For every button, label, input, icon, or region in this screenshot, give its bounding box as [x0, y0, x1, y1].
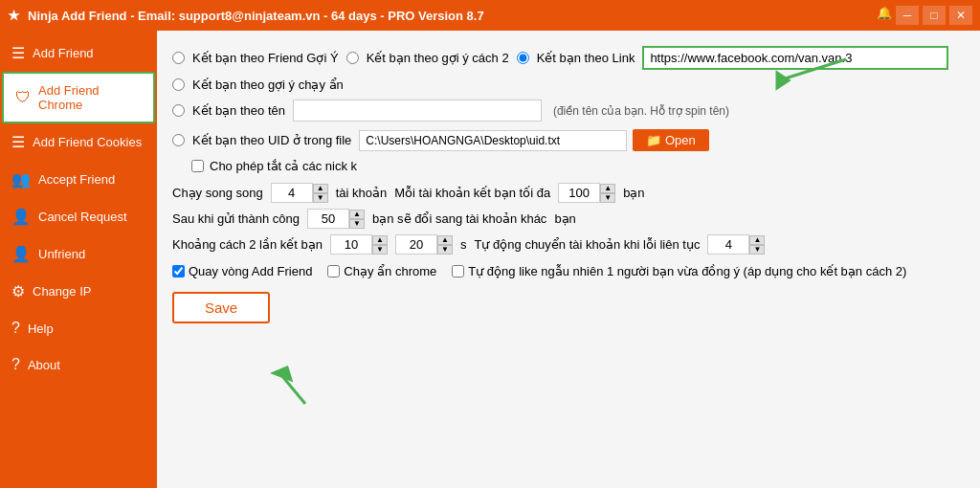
- tu-dong-like-checkbox[interactable]: [452, 265, 464, 277]
- svg-line-2: [281, 375, 305, 404]
- bell-icon[interactable]: 🔔: [877, 6, 892, 25]
- sau-khi-label: Sau khi gửi thành công: [172, 211, 300, 226]
- maximize-button[interactable]: □: [923, 6, 946, 25]
- sidebar-item-add-friend[interactable]: ☰ Add Friend: [0, 34, 157, 72]
- sidebar-item-about[interactable]: ? About: [0, 346, 157, 383]
- checkbox-options-row: Quay vòng Add Friend Chạy ẩn chrome Tự đ…: [172, 264, 965, 278]
- sidebar-item-change-ip[interactable]: ⚙ Change IP: [0, 273, 157, 310]
- svg-marker-3: [274, 367, 291, 380]
- radio-row-1: Kết bạn theo Friend Gợi Ý Kết bạn theo g…: [172, 46, 965, 70]
- radio-uid-file[interactable]: [172, 134, 185, 146]
- loi-lien-tuc-up[interactable]: ▲: [749, 235, 765, 245]
- ban-label-2: bạn: [554, 211, 575, 226]
- radio-row-2: Kết bạn theo gợi ý chạy ẩn: [172, 78, 965, 92]
- khoang-cach-row: Khoảng cách 2 lần kết bạn ▲ ▼ ▲ ▼ s: [172, 234, 965, 255]
- radio-label-uid-file: Kết bạn theo UID ở trong file: [192, 133, 351, 147]
- add-friend-cookies-icon: ☰: [11, 133, 25, 151]
- radio-ket-ban-link[interactable]: [517, 52, 529, 64]
- khoang-cach-val1-down[interactable]: ▼: [372, 245, 388, 255]
- chay-label: Chạy song song: [172, 186, 263, 200]
- khoang-cach-val1-up[interactable]: ▲: [372, 235, 388, 245]
- sidebar-item-accept-friend[interactable]: 👥 Accept Friend: [0, 161, 157, 198]
- sidebar-item-label: Accept Friend: [38, 172, 115, 187]
- allow-all-nicks-label: Cho phép tắt cả các nick k: [210, 159, 357, 173]
- chay-an-checkbox[interactable]: [327, 265, 340, 277]
- minimize-button[interactable]: ─: [896, 6, 919, 25]
- folder-icon: 📁: [646, 133, 661, 147]
- radio-theo-ten[interactable]: [172, 104, 185, 117]
- khoang-cach-label: Khoảng cách 2 lần kết bạn: [172, 237, 323, 252]
- change-ip-icon: ⚙: [11, 282, 25, 300]
- quay-vong-checkbox[interactable]: [172, 265, 185, 277]
- radio-label-ket-ban-link: Kết bạn theo Link: [537, 51, 635, 65]
- help-icon: ?: [11, 320, 20, 337]
- khoang-cach-val2-down[interactable]: ▼: [437, 245, 453, 255]
- radio-goi-y-cach-2[interactable]: [346, 52, 359, 64]
- chay-val-up[interactable]: ▲: [313, 184, 328, 193]
- ninja-icon: ★: [8, 8, 20, 23]
- sidebar-item-label: Add Friend: [33, 46, 94, 60]
- radio-label-goi-y-cach-2: Kết bạn theo gợi ý cách 2: [367, 51, 509, 65]
- sidebar-item-add-friend-chrome[interactable]: 🛡 Add Friend Chrome: [2, 72, 155, 123]
- sidebar-item-add-friend-cookies[interactable]: ☰ Add Friend Cookies: [0, 123, 157, 161]
- chay-an-label: Chạy ẩn chrome: [327, 264, 436, 278]
- khoang-cach-val2-up[interactable]: ▲: [437, 235, 453, 245]
- add-friend-chrome-icon: 🛡: [15, 89, 31, 106]
- sau-khi-up[interactable]: ▲: [349, 210, 365, 219]
- max-friend-down[interactable]: ▼: [600, 193, 615, 203]
- sidebar-item-label: Help: [28, 322, 54, 336]
- sau-khi-down[interactable]: ▼: [349, 219, 365, 229]
- chay-val-down[interactable]: ▼: [313, 193, 328, 203]
- radio-row-4: Kết bạn theo UID ở trong file 📁 Open: [172, 129, 965, 151]
- radio-label-theo-ten: Kết bạn theo tên: [192, 103, 285, 118]
- tu-dong-like-label: Tự động like ngẫu nhiên 1 người bạn vừa …: [452, 264, 906, 278]
- accept-friend-icon: 👥: [11, 170, 31, 189]
- sidebar-item-label: Add Friend Chrome: [38, 83, 142, 112]
- khoang-cach-val2-input[interactable]: [395, 234, 437, 255]
- add-friend-icon: ☰: [11, 44, 25, 62]
- max-friend-up[interactable]: ▲: [600, 184, 615, 193]
- radio-friend-goi-y[interactable]: [172, 52, 185, 64]
- tai-khoan-label: tài khoản: [336, 186, 388, 200]
- cancel-request-icon: 👤: [11, 208, 31, 226]
- sau-khi-row: Sau khi gửi thành công ▲ ▼ bạn sẽ đổi sa…: [172, 209, 965, 229]
- doi-tai-khoan-label: bạn sẽ đổi sang tài khoản khác: [372, 211, 546, 226]
- max-friend-input[interactable]: [558, 183, 600, 203]
- sidebar-item-unfriend[interactable]: 👤 Unfriend: [0, 235, 157, 273]
- sidebar-item-cancel-request[interactable]: 👤 Cancel Request: [0, 198, 157, 235]
- sidebar-item-label: Change IP: [33, 284, 91, 299]
- save-button[interactable]: Save: [172, 292, 270, 323]
- loi-lien-tuc-input[interactable]: [707, 234, 749, 255]
- sau-khi-val-input[interactable]: [307, 209, 349, 229]
- moi-tai-khoan-label: Mỗi tài khoản kết bạn tối đa: [394, 186, 550, 200]
- radio-label-friend-goi-y: Kết bạn theo Friend Gợi Ý: [192, 51, 339, 65]
- main-content: Kết bạn theo Friend Gợi Ý Kết bạn theo g…: [157, 31, 980, 488]
- sidebar-item-label: Cancel Request: [38, 210, 127, 224]
- allow-all-nicks-checkbox[interactable]: [191, 160, 204, 172]
- chay-val-input[interactable]: [271, 183, 313, 203]
- sidebar: ☰ Add Friend 🛡 Add Friend Chrome ☰ Add F…: [0, 31, 157, 488]
- allow-all-nicks-row: Cho phép tắt cả các nick k: [191, 159, 965, 173]
- file-path-input[interactable]: [359, 130, 627, 151]
- ban-label-1: bạn: [623, 186, 644, 200]
- sidebar-item-label: Unfriend: [38, 247, 85, 261]
- radio-label-chay-an: Kết bạn theo gợi ý chạy ẩn: [192, 78, 344, 92]
- khoang-cach-val1-input[interactable]: [330, 234, 372, 255]
- quay-vong-label: Quay vòng Add Friend: [172, 264, 312, 278]
- sidebar-item-label: Add Friend Cookies: [33, 135, 142, 149]
- loi-lien-tuc-down[interactable]: ▼: [749, 245, 765, 255]
- radio-chay-an[interactable]: [172, 78, 185, 91]
- name-input[interactable]: [293, 100, 542, 122]
- spin-hint: (điền tên của bạn. Hỗ trợ spin tên): [553, 104, 729, 118]
- unfriend-icon: 👤: [11, 245, 31, 263]
- radio-row-3: Kết bạn theo tên (điền tên của bạn. Hỗ t…: [172, 100, 965, 122]
- open-button[interactable]: 📁 Open: [633, 129, 708, 151]
- settings-grid: Chạy song song ▲ ▼ tài khoản Mỗi tài kho…: [172, 183, 965, 255]
- url-input[interactable]: [642, 46, 948, 70]
- title-text: Ninja Add Friend - Email: support8@ninja…: [28, 9, 484, 23]
- giay-label: s: [460, 237, 467, 252]
- chay-song-song-row: Chạy song song ▲ ▼ tài khoản Mỗi tài kho…: [172, 183, 965, 203]
- sidebar-item-help[interactable]: ? Help: [0, 310, 157, 346]
- about-icon: ?: [11, 356, 20, 373]
- close-button[interactable]: ✕: [949, 6, 972, 25]
